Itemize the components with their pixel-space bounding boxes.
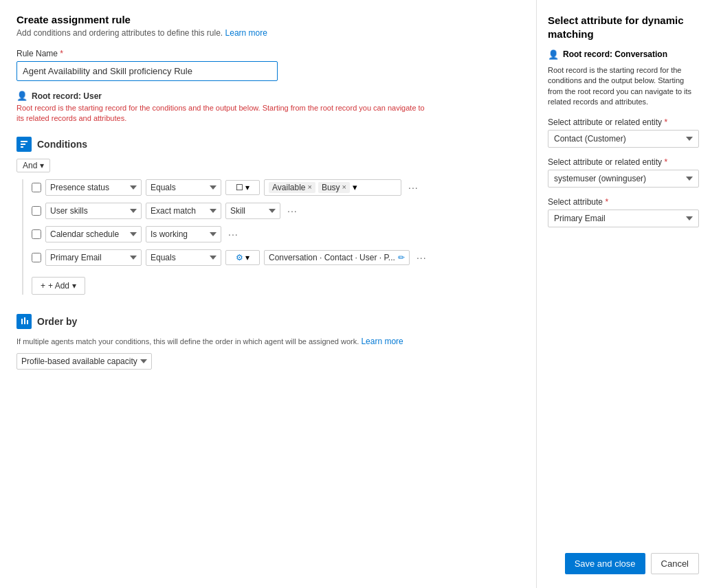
condition-checkbox-1[interactable] [32,183,41,192]
operator-select-1[interactable]: Equals [146,179,221,196]
field-select-1[interactable]: Presence status [45,179,142,196]
add-icon: + [41,281,45,291]
add-condition-button[interactable]: + + Add ▾ [32,277,85,295]
field-select-2[interactable]: User skills [45,203,142,219]
value-select-2[interactable]: Skill [225,203,280,219]
side-select1[interactable]: Contact (Customer) [548,130,699,148]
tag-busy: Busy × [318,182,350,193]
more-options-3[interactable]: ··· [225,229,241,240]
conditions-section-header: Conditions [16,137,520,152]
condition-checkbox-4[interactable] [32,253,41,262]
operator-select-4[interactable]: Equals [146,249,221,266]
order-learn-more-link[interactable]: Learn more [361,337,403,346]
more-options-1[interactable]: ··· [406,182,421,193]
dynamic-value-4[interactable]: Conversation · Contact · User · P... ✏ [264,250,410,265]
value-tags-1[interactable]: Available × Busy × ▾ [264,179,401,196]
condition-row: User skills Exact match Skill ··· [32,203,520,219]
dynamic-value-text-4: Conversation · Contact · User · P... [269,253,395,262]
side-panel-title: Select attribute for dynamic matching [548,14,699,41]
operator-select-2[interactable]: Exact match [146,203,221,219]
side-select2[interactable]: systemuser (owninguser) [548,170,699,188]
conditions-title: Conditions [37,139,87,150]
order-by-section: Order by If multiple agents match your c… [16,314,520,370]
side-panel: Select attribute for dynamic matching 👤 … [537,0,710,588]
condition-row: Primary Email Equals ⚙ ▾ Conversation · … [32,249,520,266]
svg-rect-2 [21,146,23,148]
edit-dynamic-4[interactable]: ✏ [398,253,405,262]
condition-checkbox-3[interactable] [32,229,41,239]
field-select-3[interactable]: Calendar schedule [45,226,142,242]
order-by-icon [16,314,32,329]
side-select3-label: Select attribute [548,197,699,207]
field-select-4[interactable]: Primary Email [45,249,142,266]
order-by-header: Order by [16,314,520,329]
and-badge[interactable]: And ▾ [16,159,50,172]
rule-name-input[interactable] [16,61,278,81]
side-root-icon: 👤 [548,49,559,60]
user-icon: 👤 [16,91,27,101]
side-buttons: Save and close Cancel [565,553,699,574]
save-and-close-button[interactable]: Save and close [565,553,645,574]
order-by-desc: If multiple agents match your conditions… [16,336,429,348]
value-type-icon-4[interactable]: ⚙ ▾ [225,250,260,265]
conditions-icon [16,137,32,152]
order-by-title: Order by [37,316,77,327]
learn-more-link[interactable]: Learn more [225,28,267,38]
tag-close-busy[interactable]: × [342,183,346,191]
side-select3[interactable]: Primary Email [548,210,699,227]
more-options-4[interactable]: ··· [414,252,430,263]
root-record-label: Root record: User [32,91,102,101]
page-title: Create assignment rule [16,14,520,25]
condition-checkbox-2[interactable] [32,206,41,216]
order-by-select[interactable]: Profile-based available capacity [16,353,152,370]
side-select2-label: Select attribute or related entity [548,157,699,167]
root-record-desc: Root record is the starting record for t… [16,103,429,124]
tag-available: Available × [269,182,315,193]
svg-rect-0 [21,141,27,142]
side-select1-label: Select attribute or related entity [548,117,699,127]
rule-name-label: Rule Name [16,49,520,58]
root-record-info: 👤 Root record: User [16,91,520,101]
more-options-2[interactable]: ··· [285,205,300,216]
condition-row: Calendar schedule Is working ··· [32,226,520,242]
value-type-icon-1[interactable]: ☐ ▾ [225,180,260,195]
condition-row: Presence status Equals ☐ ▾ Available × B… [32,179,520,196]
svg-rect-1 [21,144,25,145]
operator-select-3[interactable]: Is working [146,226,221,242]
side-root-desc: Root record is the starting record for t… [548,65,699,108]
tag-close-available[interactable]: × [307,183,311,191]
cancel-button[interactable]: Cancel [651,553,699,574]
subtitle: Add conditions and ordering attributes t… [16,28,520,38]
side-root-label: Root record: Conversation [563,49,667,59]
conditions-container: Presence status Equals ☐ ▾ Available × B… [22,179,520,295]
side-root-record: 👤 Root record: Conversation [548,49,699,60]
main-panel: Create assignment rule Add conditions an… [0,0,537,588]
